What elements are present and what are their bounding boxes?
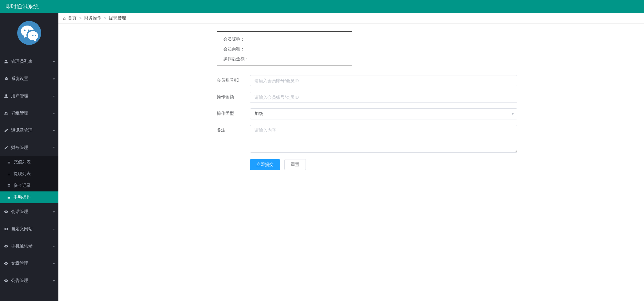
users-icon: [4, 111, 9, 115]
type-select[interactable]: [250, 108, 517, 119]
home-icon: ⌂: [63, 16, 65, 21]
form-area: 会员昵称： 会员余额： 操作后金额： 会员账号/ID 操作金额 操作类型: [58, 24, 644, 170]
sidebar-item-label: 系统设置: [11, 76, 28, 82]
chevron-down-icon: ▾: [53, 262, 55, 265]
logo-box: [0, 13, 58, 53]
subnav-recharge-list[interactable]: ☰ 充值列表: [0, 156, 58, 168]
account-input[interactable]: [250, 75, 517, 86]
chevron-down-icon: ▾: [53, 94, 55, 98]
app-title: 即时通讯系统: [6, 3, 39, 10]
sidebar-item-label: 通讯录管理: [11, 128, 33, 133]
eye-icon: [4, 261, 9, 266]
chevron-down-icon: ▾: [53, 60, 55, 63]
content-area: ⌂ 首页 > 财务操作 > 提现管理 会员昵称： 会员余额： 操作后金额： 会员…: [58, 13, 644, 301]
sidebar-item-label: 用户管理: [11, 93, 28, 99]
sidebar-item-article-management[interactable]: 文章管理 ▾: [0, 255, 58, 272]
sidebar: 管理员列表 ▾ 系统设置 ▾ 用户管理 ▾ 群组管理 ▾ 通讯录管理 ▾ 财务管…: [0, 13, 58, 301]
eye-icon: [4, 279, 9, 283]
member-info-box: 会员昵称： 会员余额： 操作后金额：: [217, 31, 352, 66]
breadcrumb-sep: >: [104, 16, 106, 21]
app-header: 即时通讯系统: [0, 0, 644, 13]
sidebar-item-admin-list[interactable]: 管理员列表 ▾: [0, 53, 58, 70]
breadcrumb-sep: >: [79, 16, 81, 21]
sidebar-item-finance-management[interactable]: 财务管理 ▴: [0, 139, 58, 156]
subnav-withdraw-list[interactable]: ☰ 提现列表: [0, 168, 58, 180]
info-balance-label: 会员余额：: [223, 46, 346, 52]
subnav-item-label: 充值列表: [14, 159, 31, 165]
info-after-label: 操作后金额：: [223, 56, 346, 62]
info-nickname-label: 会员昵称：: [223, 37, 346, 42]
subnav-item-label: 资金记录: [14, 183, 31, 188]
form-actions: 立即提交 重置: [250, 159, 644, 170]
finance-subnav: ☰ 充值列表 ☰ 提现列表 ☰ 资金记录 ☰ 手动操作: [0, 156, 58, 203]
type-label: 操作类型: [217, 108, 250, 116]
eye-icon: [4, 227, 9, 231]
app-logo: [17, 21, 41, 45]
remark-label: 备注: [217, 125, 250, 133]
chevron-down-icon: ▾: [53, 227, 55, 231]
amount-input[interactable]: [250, 92, 517, 103]
subnav-item-label: 提现列表: [14, 171, 31, 177]
sidebar-item-label: 手机通讯录: [11, 243, 33, 249]
subnav-item-label: 手动操作: [14, 195, 31, 200]
form-row-account: 会员账号/ID: [217, 75, 644, 86]
chevron-down-icon: ▾: [53, 279, 55, 283]
submit-button[interactable]: 立即提交: [250, 159, 280, 170]
gear-icon: [4, 77, 9, 81]
edit-icon: [4, 128, 9, 133]
user-icon: [4, 94, 9, 98]
breadcrumb: ⌂ 首页 > 财务操作 > 提现管理: [58, 13, 644, 24]
list-icon: ☰: [7, 184, 10, 188]
account-label: 会员账号/ID: [217, 75, 250, 83]
chevron-down-icon: ▾: [53, 245, 55, 248]
chevron-down-icon: ▾: [53, 210, 55, 214]
chevron-up-icon: ▴: [53, 146, 55, 150]
sidebar-item-contacts-management[interactable]: 通讯录管理 ▾: [0, 122, 58, 139]
chevron-down-icon: ▾: [53, 112, 55, 115]
sidebar-item-label: 会话管理: [11, 209, 28, 215]
sidebar-item-phone-contacts[interactable]: 手机通讯录 ▾: [0, 238, 58, 255]
sidebar-item-label: 文章管理: [11, 261, 28, 266]
breadcrumb-parent[interactable]: 财务操作: [84, 15, 101, 21]
eye-icon: [4, 244, 9, 248]
list-icon: ☰: [7, 195, 10, 199]
subnav-fund-records[interactable]: ☰ 资金记录: [0, 180, 58, 191]
user-icon: [4, 59, 9, 64]
sidebar-item-session-management[interactable]: 会话管理 ▾: [0, 203, 58, 220]
chevron-down-icon: ▾: [53, 129, 55, 132]
form-row-amount: 操作金额: [217, 92, 644, 103]
sidebar-item-user-management[interactable]: 用户管理 ▾: [0, 87, 58, 105]
sidebar-item-system-settings[interactable]: 系统设置 ▾: [0, 70, 58, 87]
sidebar-item-label: 群组管理: [11, 110, 28, 116]
chevron-down-icon: ▾: [53, 77, 55, 81]
edit-icon: [4, 146, 9, 150]
sidebar-item-notice-management[interactable]: 公告管理 ▾: [0, 272, 58, 289]
remark-textarea[interactable]: [250, 125, 517, 153]
amount-label: 操作金额: [217, 92, 250, 100]
sidebar-item-label: 管理员列表: [11, 59, 33, 64]
sidebar-item-label: 自定义网站: [11, 226, 33, 232]
list-icon: ☰: [7, 172, 10, 176]
subnav-manual-operation[interactable]: ☰ 手动操作: [0, 191, 58, 203]
reset-button[interactable]: 重置: [284, 159, 306, 170]
sidebar-item-label: 财务管理: [11, 145, 28, 150]
breadcrumb-current: 提现管理: [109, 15, 126, 21]
eye-icon: [4, 210, 9, 214]
sidebar-item-label: 公告管理: [11, 278, 28, 283]
form-row-type: 操作类型 ▾: [217, 108, 644, 119]
list-icon: ☰: [7, 160, 10, 164]
sidebar-item-custom-website[interactable]: 自定义网站 ▾: [0, 220, 58, 238]
breadcrumb-home[interactable]: 首页: [68, 15, 77, 21]
sidebar-item-group-management[interactable]: 群组管理 ▾: [0, 105, 58, 122]
form-row-remark: 备注: [217, 125, 644, 154]
